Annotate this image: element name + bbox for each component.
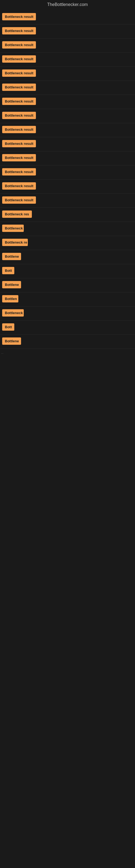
list-item[interactable]: Bottleneck result xyxy=(0,53,135,67)
bottleneck-result-badge[interactable]: Bottleneck result xyxy=(2,140,36,147)
bottleneck-result-badge[interactable]: Bottleneck result xyxy=(2,55,36,63)
list-item[interactable]: Bottleneck result xyxy=(0,109,135,123)
list-item[interactable]: Bottleneck result xyxy=(0,151,135,165)
list-item[interactable]: Bottleneck result xyxy=(0,24,135,38)
list-item[interactable]: Bottleneck result xyxy=(0,95,135,109)
site-title: TheBottlenecker.com xyxy=(0,0,135,10)
bottleneck-result-badge[interactable]: Bottleneck result xyxy=(2,98,36,105)
list-item[interactable]: Bottleneck res xyxy=(0,208,135,222)
list-item[interactable]: Bottleneck result xyxy=(0,137,135,151)
bottleneck-result-badge[interactable]: Bottleneck result xyxy=(2,41,36,49)
bottleneck-result-badge[interactable]: Bottleneck result xyxy=(2,154,36,161)
list-item[interactable]: Bottleneck result xyxy=(0,38,135,53)
list-item[interactable]: Bottlene xyxy=(0,250,135,264)
list-item[interactable]: Bottleneck result xyxy=(0,81,135,95)
list-item[interactable]: Bottleneck xyxy=(0,307,135,321)
list-item[interactable]: Bottleneck result xyxy=(0,180,135,194)
bottleneck-result-badge[interactable]: Bottlene xyxy=(2,253,21,260)
bottleneck-result-badge[interactable]: Bottleneck res xyxy=(2,211,32,218)
bottleneck-result-badge[interactable]: Bottleneck result xyxy=(2,126,36,133)
list-item[interactable]: Bottleneck result xyxy=(0,123,135,137)
bottleneck-result-badge[interactable]: Bottlene xyxy=(2,337,21,345)
list-item[interactable]: Bottleneck re xyxy=(0,236,135,250)
list-item[interactable]: Bottleneck result xyxy=(0,165,135,180)
list-item[interactable]: Bottlene xyxy=(0,335,135,349)
bottleneck-result-badge[interactable]: Bottleneck result xyxy=(2,27,36,34)
bottleneck-result-badge[interactable]: Bottleneck result xyxy=(2,182,36,190)
bottleneck-result-badge[interactable]: Bottlene xyxy=(2,281,21,288)
bottleneck-result-badge[interactable]: Bott xyxy=(2,267,14,274)
bottleneck-result-badge[interactable]: Bottleneck result xyxy=(2,69,36,77)
list-item[interactable]: Bottlene xyxy=(0,278,135,292)
bottleneck-result-badge[interactable]: Bottleneck re xyxy=(2,239,28,246)
list-item[interactable]: Bottleneck result xyxy=(0,67,135,81)
bottleneck-result-badge[interactable]: Bottleneck result xyxy=(2,168,36,176)
bottleneck-result-badge[interactable]: Bott xyxy=(2,323,14,331)
list-item[interactable]: Bottleneck result xyxy=(0,10,135,24)
bottleneck-result-badge[interactable]: Bottleneck result xyxy=(2,84,36,91)
dots-section: ... xyxy=(0,349,135,356)
bottleneck-result-badge[interactable]: Bottleneck xyxy=(2,309,24,316)
list-item[interactable]: Bott xyxy=(0,321,135,335)
bottleneck-result-badge[interactable]: Bottleneck result xyxy=(2,13,36,20)
list-item[interactable]: Bottleneck result xyxy=(0,194,135,208)
list-item[interactable]: Bott xyxy=(0,264,135,278)
bottleneck-result-badge[interactable]: Bottlen xyxy=(2,295,18,303)
bottleneck-result-badge[interactable]: Bottleneck xyxy=(2,225,24,232)
list-item[interactable]: Bottlen xyxy=(0,292,135,307)
bottleneck-result-badge[interactable]: Bottleneck result xyxy=(2,112,36,119)
list-item[interactable]: Bottleneck xyxy=(0,222,135,236)
bottleneck-result-badge[interactable]: Bottleneck result xyxy=(2,196,36,204)
